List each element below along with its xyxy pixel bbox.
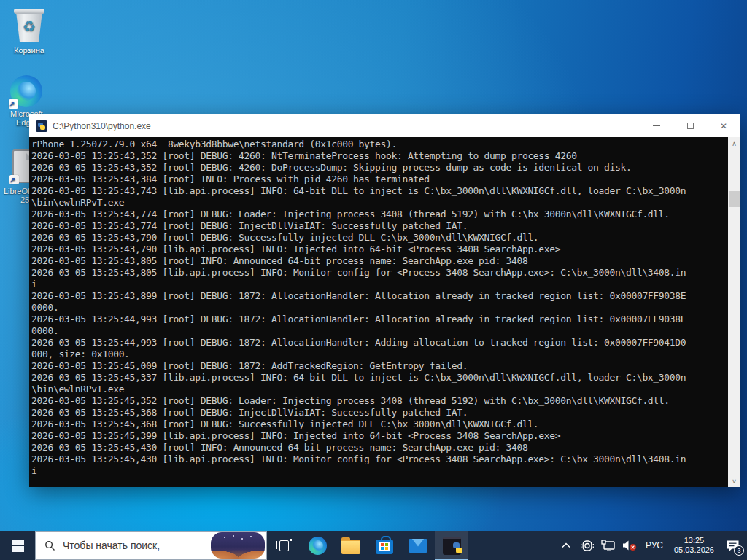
taskbar-app-python-console[interactable]: [435, 531, 468, 560]
clock[interactable]: 13:25 05.03.2026: [671, 536, 717, 555]
taskbar-app-mail[interactable]: [401, 531, 435, 560]
windows-logo-icon: [12, 540, 24, 552]
camera-icon: [581, 540, 594, 551]
taskbar-app-file-explorer[interactable]: [334, 531, 368, 560]
shortcut-arrow-icon: ↗: [9, 175, 19, 184]
console-log-line: 2026-03-05 13:25:44,993 [root] DEBUG: 18…: [31, 337, 740, 349]
console-log-line: 2026-03-05 13:25:43,805 [root] INFO: Ann…: [31, 255, 740, 267]
console-log-line: 2026-03-05 13:25:43,774 [root] DEBUG: Lo…: [31, 209, 740, 220]
console-log-line: 2026-03-05 13:25:43,384 [root] INFO: Pro…: [31, 174, 740, 185]
console-log-line: 2026-03-05 13:25:45,430 [root] INFO: Ann…: [31, 442, 740, 454]
volume-button[interactable]: [622, 531, 638, 560]
console-log-line: i: [31, 465, 740, 477]
taskbar-app-edge[interactable]: [301, 531, 334, 560]
taskbar-search[interactable]: [35, 531, 267, 560]
console-scrollbar[interactable]: ∧ ∨: [728, 137, 740, 487]
console-titlebar[interactable]: C:\Python310\python.exe ✕: [29, 114, 740, 137]
file-explorer-icon: [341, 540, 360, 554]
python-console-icon: [443, 537, 461, 555]
search-highlight-image[interactable]: [211, 532, 265, 559]
scroll-up-icon[interactable]: ∧: [728, 137, 740, 149]
console-log-line: 2026-03-05 13:25:45,009 [root] DEBUG: 18…: [31, 360, 740, 372]
console-log-line: 2026-03-05 13:25:45,430 [lib.api.process…: [31, 454, 740, 465]
console-output[interactable]: rPhone_1.25072.79.0_x64__8wekyb3d8bbwe\n…: [29, 137, 740, 487]
search-icon: [44, 540, 55, 551]
console-log-line: 2026-03-05 13:25:45,368 [root] DEBUG: In…: [31, 407, 740, 419]
console-log-line: i: [31, 279, 740, 290]
console-log-line: 2026-03-05 13:25:43,805 [lib.api.process…: [31, 267, 740, 279]
desktop-icon-label: Корзина: [1, 46, 57, 55]
console-log-line: \bin\ewlnRPvT.exe: [31, 197, 740, 209]
scroll-down-icon[interactable]: ∨: [728, 475, 740, 487]
console-log-line: \bin\ewlnRPvT.exe: [31, 384, 740, 395]
console-log-line: 2026-03-05 13:25:43,743 [lib.api.process…: [31, 185, 740, 197]
close-button[interactable]: ✕: [707, 114, 740, 137]
microsoft-store-icon: [376, 540, 393, 554]
console-log-line: 000, size: 0x1000.: [31, 349, 740, 360]
console-log-line: 2026-03-05 13:25:45,352 [root] DEBUG: Lo…: [31, 395, 740, 407]
task-view-icon: [276, 540, 291, 551]
minimize-button[interactable]: [640, 114, 673, 137]
mail-icon: [409, 539, 427, 553]
edge-icon: [309, 537, 327, 555]
action-center-button[interactable]: 3: [722, 531, 743, 560]
console-log-line: 2026-03-05 13:25:45,399 [lib.api.process…: [31, 430, 740, 442]
clock-time: 13:25: [674, 536, 714, 545]
notification-badge: 3: [734, 545, 744, 556]
python-console-icon: [36, 120, 47, 132]
console-log-line: rPhone_1.25072.79.0_x64__8wekyb3d8bbwe\n…: [31, 139, 740, 150]
chevron-up-icon: [562, 542, 570, 548]
console-log-line: 0000.: [31, 302, 740, 314]
console-log-line: 2026-03-05 13:25:43,790 [lib.api.process…: [31, 244, 740, 255]
desktop-icon-recycle-bin[interactable]: ♻ Корзина: [1, 6, 57, 55]
console-log-line: 2026-03-05 13:25:43,352 [root] DEBUG: 42…: [31, 162, 740, 174]
task-view-button[interactable]: [267, 531, 301, 560]
console-log-line: 2026-03-05 13:25:45,337 [lib.api.process…: [31, 372, 740, 384]
ethernet-network-icon: [601, 540, 615, 551]
console-window: C:\Python310\python.exe ✕ rPhone_1.25072…: [29, 114, 740, 487]
console-log-line: 2026-03-05 13:25:43,790 [root] DEBUG: Su…: [31, 232, 740, 244]
desktop: ♻ Корзина ↗ Microsoft Edge ↗ LibreOffice…: [0, 0, 747, 560]
tray-expand-button[interactable]: [558, 531, 574, 560]
console-log-line: 0000.: [31, 325, 740, 337]
minimize-icon: [653, 125, 660, 126]
console-log-line: 2026-03-05 13:25:43,352 [root] DEBUG: 42…: [31, 150, 740, 162]
taskbar: РУС 13:25 05.03.2026 3: [0, 531, 747, 560]
window-title: C:\Python310\python.exe: [53, 121, 151, 131]
network-button[interactable]: [600, 531, 616, 560]
console-log-line: 2026-03-05 13:25:44,993 [root] DEBUG: 18…: [31, 314, 740, 325]
maximize-button[interactable]: [673, 114, 707, 137]
maximize-icon: [687, 122, 694, 129]
console-log-line: 2026-03-05 13:25:43,774 [root] DEBUG: In…: [31, 220, 740, 232]
edge-icon: ↗: [10, 75, 42, 107]
language-indicator[interactable]: РУС: [643, 540, 666, 551]
search-input[interactable]: [63, 540, 208, 551]
close-icon: ✕: [720, 121, 727, 131]
speaker-muted-icon: [622, 540, 637, 551]
console-log-line: 2026-03-05 13:25:43,899 [root] DEBUG: 18…: [31, 290, 740, 302]
meet-now-button[interactable]: [579, 531, 595, 560]
taskbar-app-store[interactable]: [368, 531, 401, 560]
console-log-line: 2026-03-05 13:25:45,368 [root] DEBUG: Su…: [31, 419, 740, 430]
recycle-bin-icon: ♻: [12, 6, 47, 44]
clock-date: 05.03.2026: [674, 545, 714, 555]
start-button[interactable]: [0, 531, 35, 560]
shortcut-arrow-icon: ↗: [9, 99, 18, 109]
scrollbar-thumb[interactable]: [729, 191, 740, 207]
